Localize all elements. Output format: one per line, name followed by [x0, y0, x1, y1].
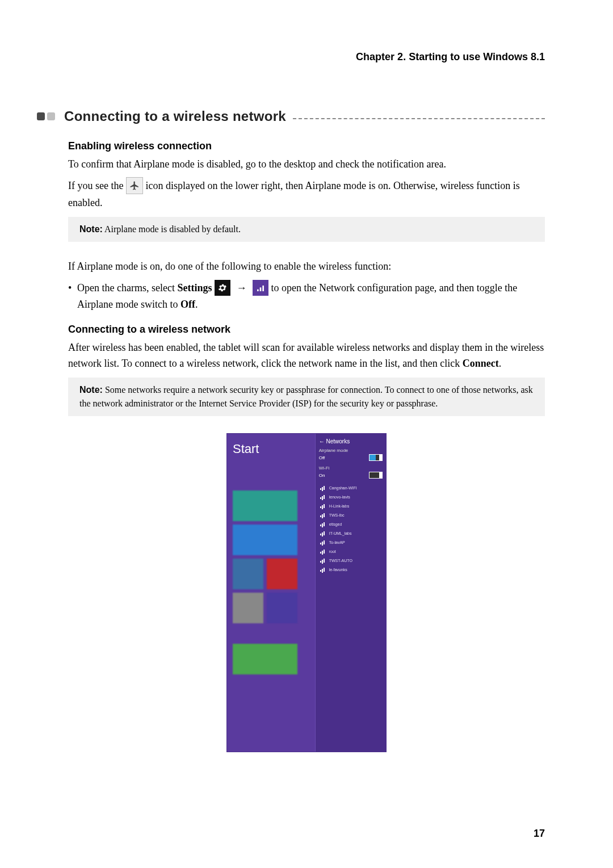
para-after-enabled: After wireless has been enabled, the tab…	[68, 340, 545, 372]
signal-icon	[320, 567, 326, 572]
para-airplane-icon: If you see the icon displayed on the low…	[68, 178, 545, 211]
text-fragment: .	[195, 299, 198, 310]
tile	[233, 490, 297, 521]
wifi-label: Wi-Fi	[319, 466, 383, 471]
wifi-state: On	[319, 473, 325, 478]
tile	[233, 559, 263, 589]
networks-header: Networks	[319, 438, 383, 445]
text-fragment: If you see the	[68, 180, 126, 191]
connect-label: Connect	[463, 358, 499, 369]
text-fragment: Open the charms, select	[77, 282, 177, 293]
note-text: Airplane mode is disabled by default.	[103, 224, 241, 234]
network-item[interactable]: H-Link-labs	[319, 501, 383, 510]
network-name: TWS-lbc	[329, 513, 345, 517]
airplane-mode-icon	[126, 177, 143, 194]
off-label: Off	[180, 299, 195, 310]
tile	[233, 644, 297, 674]
signal-icon	[320, 549, 326, 553]
network-name: lenovo-lavis	[329, 495, 350, 499]
para-confirm: To confirm that Airplane mode is disable…	[68, 157, 545, 173]
signal-icon	[320, 494, 326, 499]
section-title: Connecting to a wireless network	[64, 108, 286, 124]
arrow-icon: →	[233, 282, 250, 293]
start-title: Start	[233, 442, 309, 456]
tile	[233, 593, 263, 623]
network-item[interactable]: root	[319, 547, 383, 556]
body-text-2: If Airplane mode is on, do one of the fo…	[68, 259, 545, 313]
airplane-mode-label: Airplane mode	[319, 448, 383, 453]
network-name: le-favunks	[329, 568, 347, 572]
signal-icon	[320, 531, 326, 535]
networks-charm-pane: Networks Airplane mode Off Wi-Fi On Cang…	[315, 434, 386, 752]
tile	[267, 559, 297, 589]
tile	[233, 525, 297, 555]
section-bullet-icon	[37, 112, 57, 120]
para-if-on: If Airplane mode is on, do one of the fo…	[68, 259, 545, 275]
section-title-row: Connecting to a wireless network	[37, 108, 545, 124]
note-label: Note:	[79, 224, 103, 234]
chapter-header: Chapter 2. Starting to use Windows 8.1	[68, 51, 545, 63]
network-list: Cangshan-WIFIlenovo-lavisH-Link-labsTWS-…	[319, 483, 383, 574]
airplane-toggle[interactable]	[369, 454, 383, 461]
airplane-state: Off	[319, 455, 325, 460]
network-name: TWST-AUTO	[329, 559, 352, 563]
start-tiles	[233, 490, 301, 674]
network-bars-icon	[253, 280, 268, 296]
note-text: Some networks require a network security…	[79, 385, 533, 408]
signal-icon	[320, 522, 326, 526]
page-number: 17	[534, 828, 545, 840]
network-item[interactable]: IT-UML_labs	[319, 529, 383, 538]
signal-icon	[320, 504, 326, 508]
network-item[interactable]: TWS-lbc	[319, 510, 383, 519]
networks-screenshot: Start Networks Airplane mode Off Wi-Fi O…	[226, 433, 387, 752]
network-item[interactable]: le-favunks	[319, 565, 383, 574]
network-item[interactable]: etisged	[319, 519, 383, 529]
signal-icon	[320, 540, 326, 544]
body-text-1: To confirm that Airplane mode is disable…	[68, 157, 545, 211]
text-fragment: .	[499, 358, 502, 369]
network-name: Cangshan-WIFI	[329, 486, 357, 490]
network-item[interactable]: To-lavAP	[319, 538, 383, 547]
settings-gear-icon	[215, 280, 230, 296]
note-box-2: Note: Some networks require a network se…	[68, 378, 545, 416]
subheading-enabling: Enabling wireless connection	[68, 140, 545, 152]
network-name: To-lavAP	[329, 540, 345, 544]
signal-icon	[320, 485, 326, 490]
bullet-open-charms: • Open the charms, select Settings → to …	[68, 280, 545, 313]
body-text-3: After wireless has been enabled, the tab…	[68, 340, 545, 372]
note-box-1: Note: Airplane mode is disabled by defau…	[68, 217, 545, 242]
section-rule	[293, 118, 545, 119]
wifi-toggle[interactable]	[369, 472, 383, 479]
start-screen-pane: Start	[227, 434, 315, 752]
svg-rect-1	[260, 287, 262, 291]
signal-icon	[320, 558, 326, 563]
network-item[interactable]: TWST-AUTO	[319, 556, 383, 565]
network-item[interactable]: lenovo-lavis	[319, 492, 383, 501]
network-name: H-Link-labs	[329, 504, 349, 508]
note-label: Note:	[79, 385, 103, 395]
subheading-connecting: Connecting to a wireless network	[68, 324, 545, 336]
svg-rect-0	[257, 289, 259, 291]
network-name: root	[329, 550, 336, 553]
settings-label: Settings	[177, 282, 212, 293]
tile	[267, 593, 297, 623]
network-name: etisged	[329, 522, 342, 526]
svg-rect-2	[262, 286, 264, 291]
network-item[interactable]: Cangshan-WIFI	[319, 483, 383, 492]
signal-icon	[320, 513, 326, 517]
network-name: IT-UML_labs	[329, 531, 352, 535]
